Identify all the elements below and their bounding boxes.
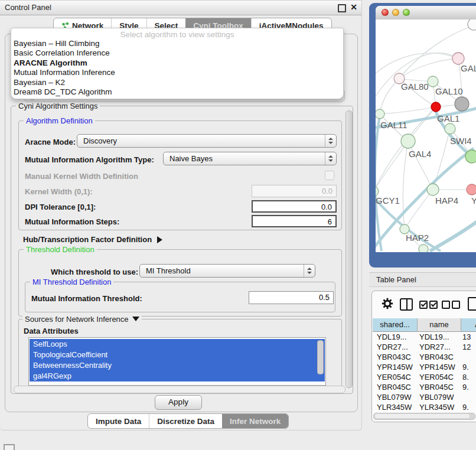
node-gray[interactable] [455, 97, 469, 111]
mi-steps-label: Mutual Information Steps: [25, 217, 119, 226]
list-item[interactable]: gal4RGexp [30, 371, 325, 381]
data-attributes-list: SelfLoops TopologicalCoefficient Between… [28, 337, 326, 386]
mi-type-value: Naive Bayes [169, 154, 213, 163]
dpi-tolerance-field[interactable]: 0.0 [252, 200, 337, 213]
table-horizontal-scrollbar[interactable] [373, 413, 475, 420]
cell: YER054C [377, 373, 416, 381]
manual-kernel-label: Manual Kernel Width Definition [25, 172, 138, 181]
apply-button[interactable]: Apply [155, 395, 202, 410]
node-gcy1[interactable] [376, 187, 379, 196]
which-threshold-combo[interactable]: MI Threshold [139, 264, 315, 278]
table-row[interactable]: YBR045CYBR045C9. [372, 383, 476, 393]
list-item[interactable]: BetweennessCentrality [30, 360, 325, 371]
table-row[interactable]: YDL19...YDL19...13 [372, 332, 476, 343]
aracne-mode-value: Discovery [83, 136, 117, 145]
algorithm-option[interactable]: Basic Correlation Inference [11, 48, 343, 58]
algorithm-option[interactable]: Dream8 DC_TDC Algorithm [11, 87, 343, 97]
network-view-inner: GAL GAL80 GAL10 GAL1 GAL11 SWI4 GAL4 GCY… [376, 6, 476, 252]
float-window-icon[interactable] [338, 4, 346, 12]
which-threshold-label: Which threshold to use: [51, 268, 138, 276]
cell: 13 [462, 332, 471, 341]
control-panel-titlebar: Control Panel ✕ [0, 1, 361, 15]
cell: YER054C [419, 373, 458, 381]
settings-vertical-scrollbar[interactable] [345, 110, 353, 388]
panel-grip-icon[interactable] [4, 444, 15, 450]
gear-icon[interactable] [382, 298, 393, 309]
hub-factor-expander[interactable]: Hub/Transcription Factor Definition [23, 234, 162, 244]
algorithm-option[interactable]: Bayesian – K2 [11, 78, 343, 87]
settings-group-title: Cyni Algorithm Settings [16, 102, 100, 110]
zoom-traffic-light-icon[interactable] [403, 9, 410, 16]
node-gal11[interactable] [376, 109, 384, 119]
algorithm-definition-title: Algorithm Definition [24, 116, 95, 125]
table-row[interactable]: YBR043CYBR043C [372, 353, 476, 363]
node[interactable] [419, 244, 428, 252]
node-label: Y [471, 195, 476, 206]
network-canvas[interactable]: GAL GAL80 GAL10 GAL1 GAL11 SWI4 GAL4 GCY… [376, 19, 476, 252]
mi-steps-field[interactable]: 6 [252, 215, 337, 227]
node-hap4[interactable] [427, 184, 439, 195]
mi-type-combo[interactable]: Naive Bayes [163, 152, 337, 165]
close-traffic-light-icon[interactable] [382, 9, 389, 16]
algorithm-option[interactable]: Mutual Information Inference [11, 68, 343, 77]
cell: YBL079W [419, 393, 458, 402]
stepper-arrows-icon [304, 265, 315, 277]
column-layout-icon[interactable] [400, 298, 413, 311]
node-gal1-selected[interactable] [431, 102, 441, 112]
sources-group-title: Sources for Network Inference [25, 315, 129, 324]
cell: YPR145W [419, 363, 458, 371]
list-item[interactable]: TopologicalCoefficient [30, 350, 325, 360]
node-label: GCY1 [376, 195, 400, 206]
dpi-tolerance-label: DPI Tolerance [0,1]: [25, 203, 96, 211]
algorithm-option-highlighted[interactable]: ARACNE Algorithm [11, 58, 343, 68]
minimize-traffic-light-icon[interactable] [392, 9, 399, 16]
cell: YBR045C [377, 383, 416, 392]
table-row[interactable]: YLR345WYLR345W9. [372, 403, 476, 413]
kernel-width-field[interactable]: 0.0 [252, 185, 337, 197]
document-icon[interactable] [468, 297, 476, 311]
tab-label: Impute Data [96, 415, 141, 428]
tab-impute-data[interactable]: Impute Data [88, 414, 149, 428]
manual-kernel-checkbox[interactable] [325, 171, 334, 180]
table-row[interactable]: YPR145WYPR145W9. [372, 363, 476, 373]
node-swi4[interactable] [465, 150, 476, 163]
column-header-partial[interactable]: A [461, 318, 476, 332]
cell: YBR045C [419, 383, 458, 392]
table-row[interactable]: YDR27...YDR27...12 [372, 343, 476, 353]
close-icon[interactable]: ✕ [350, 2, 357, 12]
select-all-checkboxes-icon[interactable] [419, 301, 439, 311]
cell: YBR043C [377, 353, 416, 361]
cell: YDR27... [377, 343, 416, 351]
table-row[interactable]: YBL079WYBL079W [372, 393, 476, 403]
table-row[interactable]: YER054CYER054C8. [372, 373, 476, 383]
mi-threshold-field[interactable]: 0.5 [249, 291, 334, 304]
deselect-all-checkboxes-icon[interactable] [442, 301, 462, 311]
column-header-name[interactable]: name [418, 318, 461, 332]
settings-horizontal-scrollbar[interactable] [14, 386, 345, 393]
threshold-definition-title: Threshold Definition [24, 245, 97, 254]
tab-infer-network[interactable]: Infer Network [222, 414, 288, 428]
list-item[interactable]: SelfLoops [30, 339, 325, 350]
cell: 9. [462, 403, 469, 412]
node-label: GAL [461, 63, 476, 73]
tab-label: Infer Network [230, 415, 281, 428]
cell: 9. [462, 383, 469, 392]
node-label: HAP2 [406, 233, 429, 243]
cell: YDR27... [419, 343, 458, 351]
node[interactable] [468, 19, 476, 30]
node-salmon[interactable] [467, 184, 476, 195]
node-label: GAL80 [401, 81, 429, 92]
aracne-mode-combo[interactable]: Discovery [77, 134, 337, 148]
list-vertical-scrollbar[interactable] [317, 340, 324, 374]
algorithm-option[interactable]: Bayesian – Hill Climbing [11, 39, 343, 48]
node-gal4[interactable] [401, 134, 415, 148]
sources-group-toggle[interactable]: Sources for Network Inference [22, 315, 142, 324]
node[interactable] [445, 123, 455, 134]
column-header-shared[interactable]: shared... [373, 318, 418, 332]
node[interactable] [452, 53, 464, 64]
node-gal10[interactable] [428, 76, 438, 87]
tab-discretize-data[interactable]: Discretize Data [149, 414, 222, 428]
collapse-down-icon [132, 317, 139, 321]
network-window-titlebar[interactable] [376, 6, 476, 20]
cyni-algorithm-settings-group: Cyni Algorithm Settings Algorithm Defini… [11, 106, 353, 394]
